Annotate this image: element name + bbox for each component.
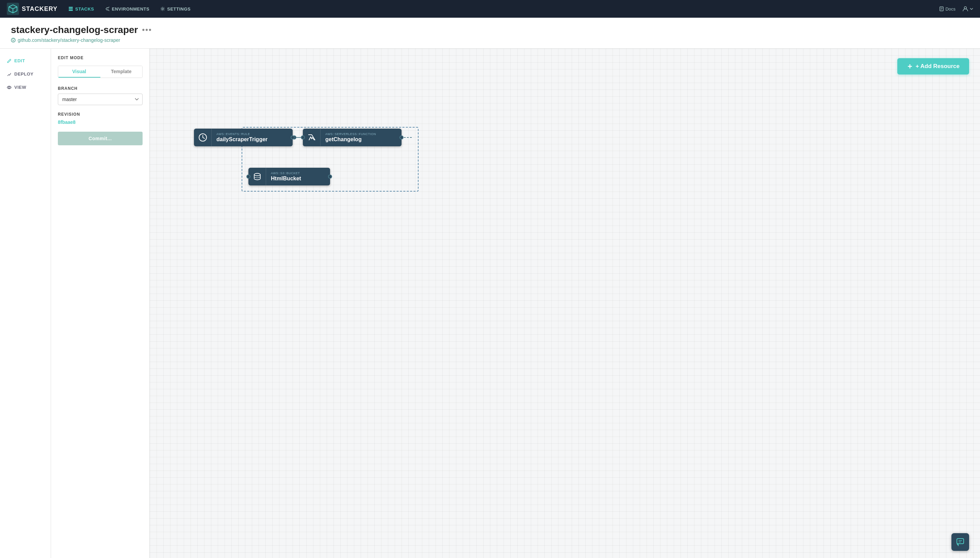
environments-icon (105, 7, 110, 11)
sidebar-item-view[interactable]: VIEW (0, 82, 51, 92)
trigger-right-connector (291, 135, 295, 140)
nav-stacks[interactable]: STACKS (68, 7, 94, 11)
user-icon (962, 6, 969, 12)
revision-value: 8fbaae8 (58, 120, 143, 125)
nav-settings[interactable]: SETTINGS (160, 7, 190, 11)
main-layout: EDIT DEPLOY VIEW EDIT MODE Visual Templa… (0, 49, 980, 558)
logo[interactable]: STACKERY (7, 3, 57, 15)
svg-rect-24 (957, 538, 964, 544)
node-trigger[interactable]: AWS::EVENTS::RULE dailyScraperTrigger (194, 129, 293, 146)
trigger-type: AWS::EVENTS::RULE (217, 132, 268, 136)
trigger-content: AWS::EVENTS::RULE dailyScraperTrigger (212, 130, 272, 144)
page-title-options[interactable]: ••• (142, 26, 152, 34)
svg-line-22 (203, 138, 205, 138)
edit-panel: EDIT MODE Visual Template BRANCH master … (51, 49, 150, 558)
function-left-connector (301, 135, 305, 140)
github-link[interactable]: github.com/stackery/stackery-changelog-s… (11, 38, 969, 43)
stackery-logo-icon (7, 3, 19, 15)
svg-rect-4 (69, 10, 73, 11)
bucket-icon (248, 168, 266, 185)
sidebar-item-edit[interactable]: EDIT (0, 56, 51, 66)
node-bucket[interactable]: AWS::S3::BUCKET HtmlBucket (248, 168, 330, 185)
function-content: AWS::SERVERLESS::FUNCTION getChangelog (320, 130, 381, 144)
chat-button[interactable] (951, 533, 969, 551)
bucket-content: AWS::S3::BUCKET HtmlBucket (266, 169, 306, 184)
user-menu[interactable] (962, 6, 973, 12)
svg-point-23 (254, 174, 260, 176)
sidebar-item-deploy[interactable]: DEPLOY (0, 69, 51, 79)
page-title: stackery-changelog-scraper ••• (11, 25, 969, 35)
commit-button[interactable]: Commit... (58, 132, 143, 145)
bucket-left-connector (246, 174, 250, 179)
chat-icon (956, 538, 965, 547)
add-resource-button[interactable]: + Add Resource (897, 58, 969, 74)
settings-icon (160, 7, 165, 11)
function-right-connector (399, 135, 404, 140)
clock-icon (198, 133, 208, 142)
branch-select[interactable]: master develop main (58, 94, 143, 105)
node-function[interactable]: AWS::SERVERLESS::FUNCTION getChangelog (303, 129, 402, 146)
function-type: AWS::SERVERLESS::FUNCTION (325, 132, 376, 136)
tab-template[interactable]: Template (100, 66, 143, 77)
connections-svg (150, 49, 980, 558)
canvas-area[interactable]: + Add Resource (150, 49, 980, 558)
github-icon (11, 38, 16, 43)
s3-icon (253, 172, 262, 181)
trigger-icon (194, 129, 212, 146)
docs-link[interactable]: Docs (939, 7, 955, 11)
plus-icon (907, 63, 913, 69)
bucket-type: AWS::S3::BUCKET (271, 171, 301, 175)
edit-icon (7, 59, 11, 63)
view-icon (7, 85, 11, 90)
bucket-right-connector (328, 174, 332, 179)
left-sidebar: EDIT DEPLOY VIEW (0, 49, 51, 558)
nav-environments[interactable]: ENVIRONMENTS (105, 7, 150, 11)
svg-point-5 (162, 8, 164, 10)
svg-point-12 (8, 87, 10, 88)
branch-label: BRANCH (58, 86, 143, 91)
edit-mode-label: EDIT MODE (58, 56, 143, 60)
revision-label: REVISION (58, 112, 143, 117)
svg-rect-2 (69, 7, 73, 8)
function-name: getChangelog (325, 136, 376, 143)
nav-right: Docs (939, 6, 973, 12)
stacks-icon (68, 7, 73, 11)
deploy-icon (7, 72, 11, 77)
docs-icon (939, 7, 944, 11)
svg-rect-3 (69, 8, 73, 10)
bucket-name: HtmlBucket (271, 176, 301, 182)
trigger-name: dailyScraperTrigger (217, 136, 268, 143)
chevron-down-icon (970, 8, 973, 10)
function-icon (303, 129, 320, 146)
lambda-icon (307, 133, 317, 142)
page-header: stackery-changelog-scraper ••• github.co… (0, 18, 980, 49)
mode-tabs: Visual Template (58, 66, 143, 78)
tab-visual[interactable]: Visual (58, 66, 100, 77)
top-nav: STACKERY STACKS ENVIRONMENTS SETTINGS (0, 0, 980, 18)
